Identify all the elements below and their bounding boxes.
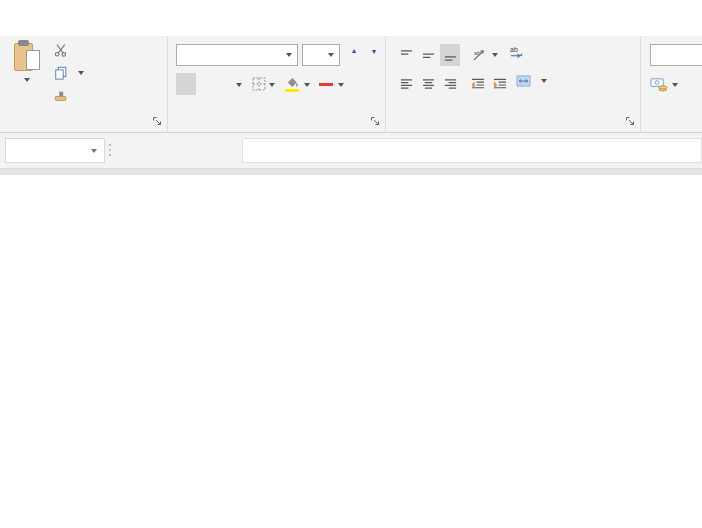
svg-text:ab: ab (473, 50, 480, 56)
borders-button[interactable] (250, 73, 268, 95)
font-color-button[interactable] (316, 73, 336, 95)
font-name-combo[interactable] (176, 44, 298, 66)
paste-button[interactable] (6, 40, 48, 120)
clipboard-dialog-launcher[interactable] (152, 116, 163, 127)
formula-input[interactable] (242, 138, 702, 163)
cut-icon (54, 43, 68, 57)
middle-align-icon (422, 49, 435, 62)
font-color-dropdown[interactable] (338, 83, 344, 87)
spreadsheet-grid (0, 175, 702, 528)
underline-button[interactable] (217, 73, 234, 95)
middle-align-button[interactable] (418, 44, 438, 66)
font-name-dropdown (286, 53, 292, 57)
increase-indent-icon (493, 78, 507, 91)
wrap-text-icon: ab (510, 45, 525, 59)
font-dialog-launcher[interactable] (370, 116, 381, 127)
tell-me-box[interactable] (14, 8, 36, 36)
copy-icon (54, 66, 68, 80)
align-center-icon (422, 78, 435, 91)
font-group: ▲ ▼ (168, 36, 386, 132)
align-left-button[interactable] (396, 73, 416, 95)
borders-dropdown[interactable] (269, 83, 275, 87)
format-painter-button[interactable] (54, 89, 73, 103)
orientation-icon: ab (472, 48, 487, 62)
font-size-combo[interactable] (302, 44, 340, 66)
ribbon: ▲ ▼ (0, 36, 702, 133)
accounting-icon (650, 77, 668, 92)
accounting-format-button[interactable] (648, 73, 670, 95)
decrease-indent-icon (471, 78, 485, 91)
enter-button[interactable] (146, 138, 172, 163)
cancel-button[interactable] (118, 138, 144, 163)
formula-bar (0, 133, 702, 169)
bottom-align-button[interactable] (440, 44, 460, 66)
grow-font-button[interactable]: ▲ (344, 44, 363, 66)
font-size-dropdown (328, 53, 334, 57)
merge-center-icon (516, 74, 531, 88)
formula-bar-handle[interactable] (108, 144, 112, 156)
merge-center-dropdown[interactable] (541, 79, 547, 83)
paste-dropdown[interactable] (24, 78, 30, 82)
alignment-dialog-launcher[interactable] (625, 116, 636, 127)
align-center-button[interactable] (418, 73, 438, 95)
increase-indent-button[interactable] (490, 73, 510, 95)
bold-button[interactable] (176, 73, 196, 95)
format-painter-icon (54, 89, 68, 103)
percent-style-button[interactable] (685, 73, 701, 95)
lightbulb-icon (14, 14, 29, 30)
alignment-group: ab ab (386, 36, 641, 132)
copy-dropdown[interactable] (78, 71, 84, 75)
clipboard-group (0, 36, 168, 132)
orientation-button[interactable]: ab (468, 44, 490, 66)
align-left-icon (400, 78, 413, 91)
orientation-dropdown[interactable] (492, 53, 498, 57)
fill-color-dropdown[interactable] (304, 83, 310, 87)
fill-color-icon (285, 77, 300, 88)
top-align-button[interactable] (396, 44, 416, 66)
svg-text:ab: ab (510, 46, 518, 53)
align-right-icon (444, 78, 457, 91)
number-format-combo[interactable] (650, 44, 702, 66)
italic-button[interactable] (199, 73, 215, 95)
insert-function-button[interactable] (176, 138, 206, 163)
shrink-font-button[interactable]: ▼ (364, 44, 383, 66)
fill-color-button[interactable] (282, 73, 302, 95)
merge-center-button[interactable] (516, 74, 547, 88)
name-box[interactable] (5, 138, 105, 163)
number-group (641, 36, 702, 132)
name-box-dropdown[interactable] (91, 149, 97, 153)
paste-icon (14, 40, 40, 72)
bottom-align-icon (444, 49, 457, 62)
cut-button[interactable] (54, 43, 73, 57)
accounting-dropdown[interactable] (672, 83, 678, 87)
wrap-text-button[interactable]: ab (510, 45, 530, 59)
ribbon-tab-bar (0, 0, 702, 36)
borders-icon (252, 77, 266, 91)
top-align-icon (400, 49, 413, 62)
underline-dropdown[interactable] (236, 83, 242, 87)
align-right-button[interactable] (440, 73, 460, 95)
copy-button[interactable] (54, 66, 84, 80)
excel-window: ▲ ▼ (0, 0, 702, 528)
decrease-indent-button[interactable] (468, 73, 488, 95)
